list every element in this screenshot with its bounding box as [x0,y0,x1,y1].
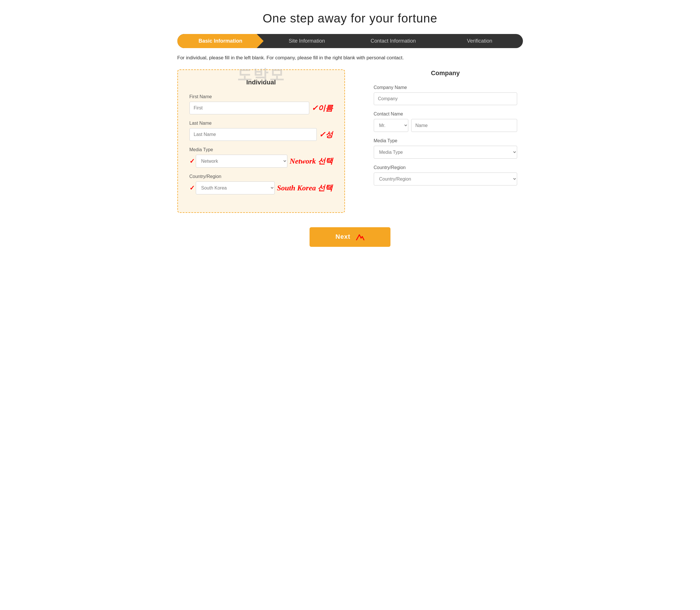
stepper: Basic Information Site Information Conta… [177,34,523,48]
company-name-group: Company Name [374,85,517,105]
step-verification[interactable]: Verification [437,34,523,48]
first-name-wrapper: ✓이름 [190,102,333,114]
step-basic-information[interactable]: Basic Information [177,34,264,48]
contact-name-group: Contact Name Mr. Ms. Dr. [374,111,517,132]
form-area: 도박모 Individual First Name ✓이름 Last Name … [177,69,523,213]
next-button[interactable]: Next [310,227,390,247]
last-name-annotation: ✓성 [319,130,333,140]
last-name-input[interactable] [190,128,317,141]
first-name-annotation: ✓이름 [312,103,333,113]
company-country-label: Country/Region [374,165,517,170]
individual-media-type-wrapper: ✓ Network Blog Social Media Network 선택 [190,155,333,167]
company-media-type-label: Media Type [374,138,517,143]
company-name-label: Company Name [374,85,517,90]
individual-media-type-group: Media Type ✓ Network Blog Social Media N… [190,147,333,167]
company-media-type-select[interactable]: Media Type Network Blog Social Media [374,146,517,159]
page-title: One step away for your fortune [17,12,683,25]
media-type-annotation: Network 선택 [290,156,333,166]
next-arrow-icon [355,232,364,242]
individual-country-select[interactable]: South Korea United States Japan China [196,181,275,194]
step-contact-information[interactable]: Contact Information [350,34,437,48]
individual-media-type-label: Media Type [190,147,333,152]
company-country-select[interactable]: Country/Region United States South Korea… [374,173,517,186]
next-button-area: Next [17,227,683,247]
country-checkmark: ✓ [190,184,195,192]
contact-name-input[interactable] [411,119,517,132]
individual-section: 도박모 Individual First Name ✓이름 Last Name … [177,69,345,213]
first-name-input[interactable] [190,102,309,114]
country-annotation: South Korea 선택 [277,183,333,193]
company-section: Company Company Name Contact Name Mr. Ms… [368,69,523,192]
company-media-type-group: Media Type Media Type Network Blog Socia… [374,138,517,159]
individual-country-wrapper: ✓ South Korea United States Japan China … [190,181,333,194]
contact-name-label: Contact Name [374,111,517,117]
last-name-wrapper: ✓성 [190,128,333,141]
company-name-input[interactable] [374,93,517,105]
individual-country-group: Country/Region ✓ South Korea United Stat… [190,174,333,194]
instruction-text: For individual, please fill in the left … [177,55,523,61]
individual-title: Individual [190,79,333,86]
media-type-checkmark: ✓ [190,158,195,165]
next-button-label: Next [336,233,351,240]
first-name-group: First Name ✓이름 [190,94,333,114]
first-name-label: First Name [190,94,333,99]
contact-name-row: Mr. Ms. Dr. [374,119,517,132]
individual-media-type-select[interactable]: Network Blog Social Media [196,155,288,167]
step-site-information[interactable]: Site Information [264,34,350,48]
individual-country-label: Country/Region [190,174,333,179]
last-name-label: Last Name [190,121,333,126]
last-name-group: Last Name ✓성 [190,121,333,141]
company-title: Company [374,69,517,77]
salutation-select[interactable]: Mr. Ms. Dr. [374,119,408,132]
company-country-group: Country/Region Country/Region United Sta… [374,165,517,186]
